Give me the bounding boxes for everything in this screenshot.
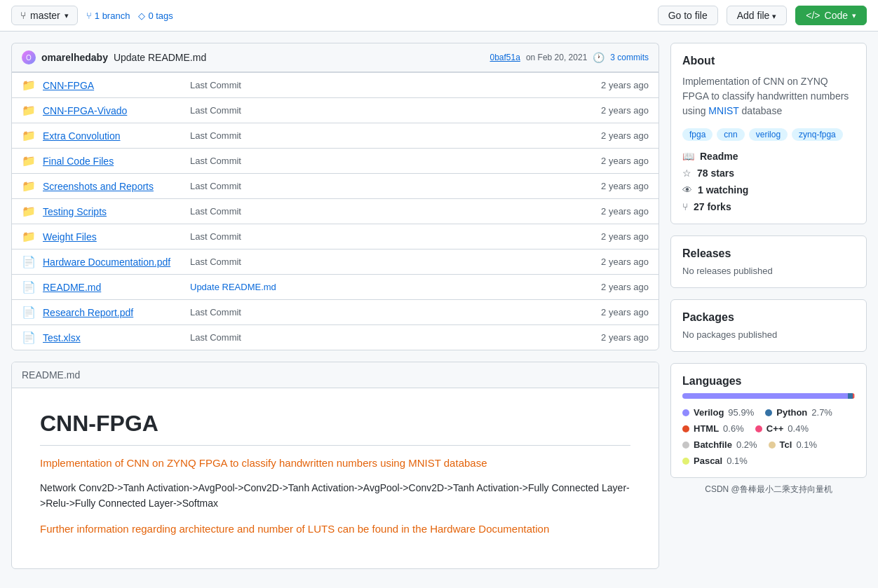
- folder-icon: 📁: [22, 129, 36, 142]
- goto-file-button[interactable]: Go to file: [658, 6, 718, 25]
- file-name-link[interactable]: CNN-FPGA-Vivado: [43, 105, 183, 116]
- lang-color-dot: [682, 458, 689, 465]
- file-commit: Last Commit: [190, 80, 558, 90]
- releases-section: Releases No releases published: [670, 235, 867, 288]
- file-name-link[interactable]: Hardware Documentation.pdf: [43, 257, 183, 268]
- branch-selector[interactable]: ⑂ master ▾: [11, 6, 78, 25]
- file-name-link[interactable]: Weight Files: [43, 231, 183, 242]
- add-file-button[interactable]: Add file ▾: [727, 6, 788, 25]
- file-name-link[interactable]: Test.xlsx: [43, 332, 183, 343]
- file-name-link[interactable]: Extra Convolution: [43, 130, 183, 142]
- packages-title: Packages: [682, 311, 855, 324]
- file-name-link[interactable]: Screenshots and Reports: [43, 181, 183, 192]
- languages-section: Languages Verilog95.9%Python2.7%HTML0.6%…: [670, 363, 867, 478]
- lang-list-item: Batchfile0.2%: [682, 439, 757, 450]
- sidebar: About Implementation of CNN on ZYNQ FPGA…: [670, 43, 867, 569]
- readme-filename: README.md: [22, 369, 80, 381]
- folder-icon: 📁: [22, 154, 36, 167]
- readme-title: CNN-FPGA: [40, 411, 630, 446]
- fork-icon: ⑂: [682, 201, 688, 212]
- forks-link[interactable]: 27 forks: [694, 201, 731, 212]
- file-icon: 📄: [22, 255, 36, 268]
- watching-stat: 👁 1 watching: [682, 184, 855, 196]
- tag-item[interactable]: verilog: [749, 128, 788, 141]
- file-date: 2 years ago: [565, 80, 649, 90]
- file-date: 2 years ago: [565, 231, 649, 242]
- eye-icon: 👁: [682, 184, 692, 196]
- packages-section: Packages No packages published: [670, 299, 867, 352]
- language-list: Verilog95.9%Python2.7%HTML0.6%C++0.4%Bat…: [682, 407, 855, 466]
- history-icon: 🕐: [593, 52, 605, 63]
- star-icon: ☆: [682, 167, 691, 179]
- lang-name: C++: [766, 423, 784, 434]
- file-icon: 📄: [22, 331, 36, 344]
- lang-color-dot: [755, 425, 762, 432]
- readme-further: Further information regarding architectu…: [40, 523, 630, 535]
- about-highlight: MNIST: [708, 105, 738, 116]
- branch-name: master: [30, 10, 60, 21]
- table-row: 📁CNN-FPGA-VivadoLast Commit2 years ago: [12, 97, 658, 123]
- chevron-down-icon: ▾: [772, 12, 776, 20]
- folder-icon: 📁: [22, 78, 36, 92]
- lang-bar-segment: [682, 393, 848, 399]
- tags-count: 0 tags: [148, 11, 173, 21]
- table-row: 📁Screenshots and ReportsLast Commit2 yea…: [12, 173, 658, 198]
- file-name-link[interactable]: CNN-FPGA: [43, 80, 183, 91]
- lang-list-item: Tcl0.1%: [769, 439, 817, 450]
- lang-list-item: C++0.4%: [755, 423, 809, 434]
- file-date: 2 years ago: [565, 282, 649, 292]
- languages-title: Languages: [682, 375, 855, 388]
- commit-bar: O omarelhedaby Update README.md 0baf51a …: [11, 43, 659, 71]
- about-title: About: [682, 55, 855, 67]
- code-button[interactable]: </> Code ▾: [795, 6, 867, 25]
- file-commit: Update README.md: [190, 282, 558, 292]
- table-row: 📁Weight FilesLast Commit2 years ago: [12, 224, 658, 249]
- commits-link[interactable]: 3 commits: [610, 53, 649, 62]
- tag-item[interactable]: cnn: [717, 128, 744, 141]
- stars-stat: ☆ 78 stars: [682, 167, 855, 179]
- table-row: 📄README.mdUpdate README.md2 years ago: [12, 274, 658, 299]
- lang-name: Pascal: [694, 456, 722, 466]
- file-commit: Last Commit: [190, 307, 558, 317]
- table-row: 📄Test.xlsxLast Commit2 years ago: [12, 324, 658, 350]
- branches-link[interactable]: ⑂ 1 branch: [86, 11, 130, 21]
- top-bar: ⑂ master ▾ ⑂ 1 branch ◇ 0 tags Go to fil…: [0, 0, 878, 32]
- tags-container: fpgacnnverilogzynq-fpga: [682, 128, 855, 141]
- file-commit: Last Commit: [190, 181, 558, 191]
- file-date: 2 years ago: [565, 156, 649, 166]
- file-name-link[interactable]: README.md: [43, 282, 183, 293]
- lang-percentage: 2.7%: [811, 407, 832, 418]
- file-date: 2 years ago: [565, 257, 649, 267]
- table-row: 📁CNN-FPGALast Commit2 years ago: [12, 72, 658, 97]
- table-row: 📄Hardware Documentation.pdfLast Commit2 …: [12, 249, 658, 274]
- commit-sha-link[interactable]: 0baf51a: [490, 53, 520, 62]
- tag-item[interactable]: zynq-fpga: [792, 128, 843, 141]
- readme-link[interactable]: Readme: [700, 151, 738, 162]
- table-row: 📁Extra ConvolutionLast Commit2 years ago: [12, 123, 658, 148]
- file-name-link[interactable]: Final Code Files: [43, 156, 183, 167]
- stats-list: 📖 Readme ☆ 78 stars 👁 1 watching ⑂ 27 fo…: [682, 151, 855, 212]
- table-row: 📁Final Code FilesLast Commit2 years ago: [12, 148, 658, 173]
- lang-name: HTML: [694, 423, 719, 434]
- file-name-link[interactable]: Research Report.pdf: [43, 307, 183, 318]
- tags-link[interactable]: ◇ 0 tags: [138, 11, 173, 21]
- file-commit: Last Commit: [190, 231, 558, 242]
- stars-link[interactable]: 78 stars: [697, 167, 734, 179]
- chevron-down-icon: ▾: [65, 11, 69, 20]
- commit-date: on Feb 20, 2021: [526, 53, 587, 62]
- watermark: CSDN @鲁棒最小二乘支持向量机: [670, 478, 867, 501]
- file-date: 2 years ago: [565, 307, 649, 317]
- readme-section: README.md CNN-FPGA Implementation of CNN…: [11, 362, 659, 569]
- folder-icon: 📁: [22, 104, 36, 117]
- readme-description: Implementation of CNN on ZYNQ FPGA to cl…: [40, 457, 630, 469]
- commit-user[interactable]: omarelhedaby: [41, 52, 108, 63]
- readme-stat: 📖 Readme: [682, 151, 855, 162]
- about-description: Implementation of CNN on ZYNQ FPGA to cl…: [682, 74, 855, 118]
- tags-icon: ◇: [138, 11, 145, 21]
- book-icon: 📖: [682, 151, 694, 162]
- tag-item[interactable]: fpga: [682, 128, 712, 141]
- file-name-link[interactable]: Testing Scripts: [43, 206, 183, 217]
- lang-color-dot: [682, 425, 689, 432]
- branch-icon: ⑂: [20, 10, 26, 21]
- watching-link[interactable]: 1 watching: [698, 184, 748, 196]
